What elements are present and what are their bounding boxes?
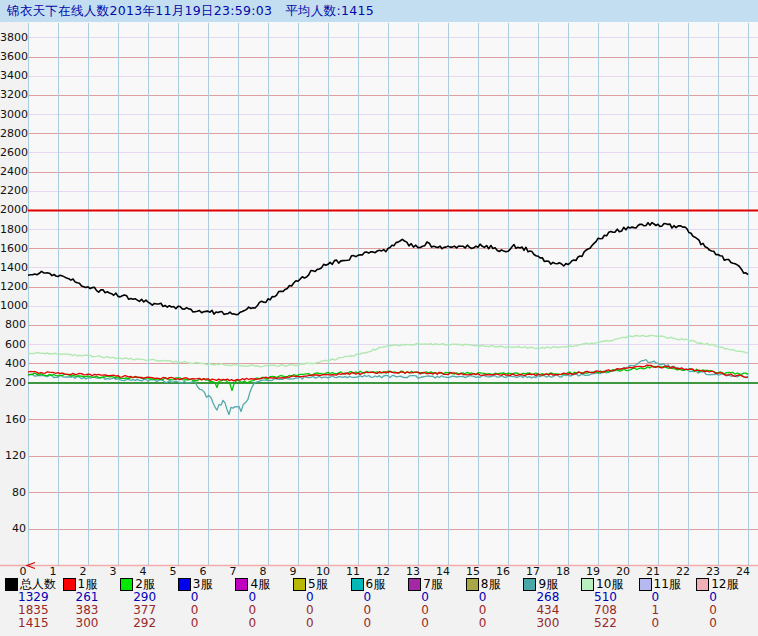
stat-avg-9服: 300	[536, 617, 559, 630]
y-axis-label-2800: 2800	[0, 128, 26, 140]
y-axis-label-1800: 1800	[0, 224, 26, 236]
y-axis-label-1400: 1400	[0, 262, 26, 274]
legend-swatch-icon	[178, 578, 191, 591]
legend-item-10服: 10服	[581, 577, 623, 591]
y-axis-label-600: 600	[0, 339, 26, 351]
y-axis-label-2600: 2600	[0, 147, 26, 159]
title-bar: 锦衣天下在线人数2013年11月19日23:59:03 平均人数:1415	[0, 0, 758, 22]
chart-plot	[0, 0, 758, 636]
stat-avg-6服: 0	[364, 617, 372, 630]
stat-avg-11服: 0	[652, 617, 660, 630]
legend-item-12服: 12服	[696, 577, 738, 591]
y-axis-label-1200: 1200	[0, 281, 26, 293]
y-axis-label-1000: 1000	[0, 300, 26, 312]
legend-item-2服: 2服	[120, 577, 155, 591]
legend-swatch-icon	[235, 578, 248, 591]
legend-swatch-icon	[523, 578, 536, 591]
y-axis-label-2400: 2400	[0, 166, 26, 178]
stat-avg-8服: 0	[479, 617, 487, 630]
legend-item-6服: 6服	[351, 577, 386, 591]
stat-avg-3服: 0	[191, 617, 199, 630]
legend-item-总人数: 总人数	[5, 577, 56, 591]
legend-item-3服: 3服	[178, 577, 213, 591]
legend-item-8服: 8服	[466, 577, 501, 591]
page-title: 锦衣天下在线人数2013年11月19日23:59:03 平均人数:1415	[7, 3, 374, 20]
legend-swatch-icon	[408, 578, 421, 591]
y-axis-label-2000: 2000	[0, 204, 26, 216]
stat-avg-7服: 0	[421, 617, 429, 630]
stat-avg-5服: 0	[306, 617, 314, 630]
y-axis-label-160: 160	[0, 414, 26, 426]
y-axis-label-200: 200	[0, 377, 26, 389]
y-axis-label-3200: 3200	[0, 89, 26, 101]
y-axis-label-3400: 3400	[0, 70, 26, 82]
legend-item-11服: 11服	[639, 577, 681, 591]
legend-swatch-icon	[293, 578, 306, 591]
y-axis-label-1600: 1600	[0, 243, 26, 255]
legend-item-4服: 4服	[235, 577, 270, 591]
y-axis-label-40: 40	[0, 523, 26, 535]
legend-swatch-icon	[5, 578, 18, 591]
stat-avg-1服: 300	[76, 617, 99, 630]
y-axis-label-3000: 3000	[0, 109, 26, 121]
stat-avg-总人数: 1415	[18, 617, 49, 630]
stat-avg-2服: 292	[133, 617, 156, 630]
legend-swatch-icon	[639, 578, 652, 591]
legend-swatch-icon	[696, 578, 709, 591]
stat-avg-12服: 0	[709, 617, 717, 630]
legend-swatch-icon	[351, 578, 364, 591]
legend-item-9服: 9服	[523, 577, 558, 591]
y-axis-label-80: 80	[0, 487, 26, 499]
y-axis-label-3800: 3800	[0, 32, 26, 44]
legend-item-1服: 1服	[63, 577, 98, 591]
legend-swatch-icon	[466, 578, 479, 591]
plot-area	[28, 22, 758, 566]
legend-swatch-icon	[63, 578, 76, 591]
y-axis-label-400: 400	[0, 358, 26, 370]
legend-item-5服: 5服	[293, 577, 328, 591]
legend-item-7服: 7服	[408, 577, 443, 591]
y-axis-label-120: 120	[0, 450, 26, 462]
y-axis-label-3600: 3600	[0, 51, 26, 63]
stat-avg-4服: 0	[248, 617, 256, 630]
y-axis-label-800: 800	[0, 319, 26, 331]
stat-avg-10服: 522	[594, 617, 617, 630]
legend-swatch-icon	[120, 578, 133, 591]
legend-swatch-icon	[581, 578, 594, 591]
y-axis-label-2200: 2200	[0, 185, 26, 197]
